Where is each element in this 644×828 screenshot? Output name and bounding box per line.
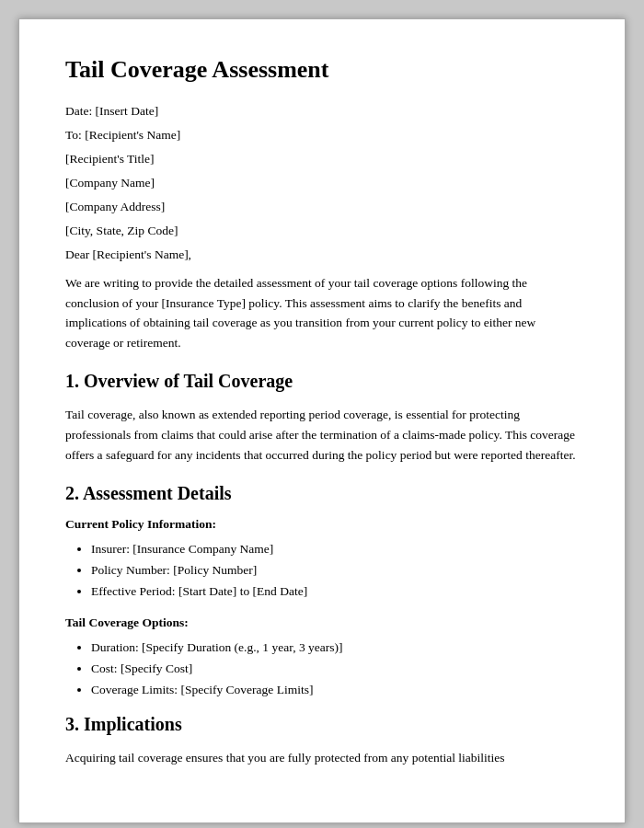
company-name-line: [Company Name] [65, 176, 579, 190]
section-1-heading: 1. Overview of Tail Coverage [65, 371, 579, 392]
subsection-tail-options-heading: Tail Coverage Options: [65, 615, 579, 630]
list-item: Policy Number: [Policy Number] [91, 560, 579, 581]
document-container: Tail Coverage Assessment Date: [Insert D… [18, 18, 626, 823]
intro-paragraph: We are writing to provide the detailed a… [65, 273, 579, 352]
section-1-paragraph-0: Tail coverage, also known as extended re… [65, 405, 579, 465]
tail-options-list: Duration: [Specify Duration (e.g., 1 yea… [91, 638, 579, 701]
section-3-paragraph-0: Acquiring tail coverage ensures that you… [65, 748, 579, 768]
document-title: Tail Coverage Assessment [65, 56, 579, 84]
date-line: Date: [Insert Date] [65, 104, 579, 119]
greeting-line: Dear [Recipient's Name], [65, 247, 579, 262]
current-policy-list: Insurer: [Insurance Company Name] Policy… [91, 539, 579, 603]
list-item: Effective Period: [Start Date] to [End D… [91, 581, 579, 603]
list-item: Cost: [Specify Cost] [91, 659, 579, 680]
recipient-title-line: [Recipient's Title] [65, 152, 579, 167]
subsection-current-policy-heading: Current Policy Information: [65, 517, 579, 532]
list-item: Insurer: [Insurance Company Name] [91, 539, 579, 560]
section-2-heading: 2. Assessment Details [65, 483, 579, 504]
section-1: 1. Overview of Tail Coverage Tail covera… [65, 371, 579, 465]
to-line: To: [Recipient's Name] [65, 128, 579, 143]
list-item: Coverage Limits: [Specify Coverage Limit… [91, 680, 579, 701]
section-3: 3. Implications Acquiring tail coverage … [65, 714, 579, 768]
company-address-line: [Company Address] [65, 200, 579, 214]
section-3-heading: 3. Implications [65, 714, 579, 735]
section-2: 2. Assessment Details Current Policy Inf… [65, 483, 579, 701]
city-state-zip-line: [City, State, Zip Code] [65, 224, 579, 238]
list-item: Duration: [Specify Duration (e.g., 1 yea… [91, 638, 579, 659]
